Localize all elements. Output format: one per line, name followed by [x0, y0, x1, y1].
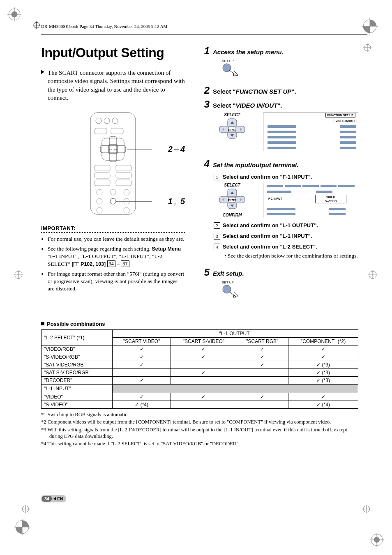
f1-graphic: SELECT ENTER CONFIRM F-1 INPUT: [214, 183, 358, 218]
page-lang: EN: [57, 497, 63, 501]
step-1: 1 Access the setup menu. SET UP: [201, 45, 358, 77]
table-row: "SAT S-VIDEO/RGB" ✓ ✓ (*3): [42, 369, 358, 377]
content: Input/Output Setting The SCART connector…: [41, 45, 358, 448]
col-header: "COMPONENT" (*2): [288, 338, 358, 345]
svg-text:ENTER: ENTER: [228, 129, 237, 131]
svg-text:ENTER: ENTER: [228, 199, 237, 201]
footnote: *4 This setting cannot be made if "L-2 S…: [41, 440, 358, 447]
step-title: Select "VIDEO IN/OUT".: [213, 102, 282, 109]
step-title: Select "FUNCTION SET UP".: [213, 88, 296, 95]
substep-description: • See the description below for the comb…: [224, 253, 358, 259]
header-text: DR-MH300SE.book Page 34 Thursday, Novemb…: [41, 24, 167, 29]
substep: 1Select and confirm on "F-1 INPUT".: [214, 174, 358, 180]
dpad-icon: ENTER: [214, 118, 251, 142]
row-group-header: "L-2 SELECT" (*1): [42, 330, 113, 345]
page-number: 34: [42, 496, 52, 502]
step-3: 3 Select "VIDEO IN/OUT". SELECT ENTER: [201, 99, 358, 151]
step-5: 5 Exit setup. SET UP: [201, 267, 358, 299]
page-footer: 34 EN: [41, 495, 66, 502]
step-title: Exit setup.: [213, 270, 244, 277]
step-number: 3: [201, 99, 210, 110]
col-header: "SCART RGB": [236, 338, 288, 345]
f1-options: VIDEO S-VIDEO: [315, 195, 346, 203]
column-left: Input/Output Setting The SCART connector…: [41, 45, 185, 306]
select-label: SELECT: [214, 183, 251, 187]
table-row: "DECODER" ✓ ✓ (*3): [42, 377, 358, 385]
col-group-header: "L-1 OUTPUT": [113, 330, 358, 338]
step-title: Access the setup menu.: [213, 48, 284, 55]
footnotes: *1 Switching to RGB signals is automatic…: [41, 411, 358, 447]
table-row: "VIDEO" ✓ ✓ ✓ ✓: [42, 393, 358, 401]
on-screen-menu: F-1 INPUT VIDEO S-VIDEO: [263, 183, 358, 218]
column-right: 1 Access the setup menu. SET UP 2 Select…: [201, 45, 358, 306]
select-label: SELECT: [214, 113, 251, 117]
register-mark-icon: [363, 44, 371, 52]
crop-mark-icon: [7, 7, 21, 21]
substep: 3Select and confirm on "L-1 INPUT".: [214, 233, 358, 240]
substep: 2Select and confirm on "L-1 OUTPUT".: [214, 222, 358, 229]
page-title: Input/Output Setting: [41, 45, 185, 60]
table-section-row: "L-1 INPUT": [42, 385, 358, 393]
menu-graphic: SELECT ENTER FUNCTION SET UP VIDEO IN/OU…: [214, 113, 358, 151]
footnote: *1 Switching to RGB signals is automatic…: [41, 411, 358, 418]
remote-callout-1: 2–4: [168, 145, 185, 154]
confirm-label: CONFIRM: [214, 213, 251, 217]
step-title: Set the input/output terminal.: [213, 161, 298, 168]
crop-mark-icon: [14, 519, 30, 537]
register-mark-icon: [362, 505, 371, 513]
on-screen-menu: FUNCTION SET UP VIDEO IN/OUT: [263, 113, 358, 151]
intro-paragraph: The SCART connector supports the connect…: [41, 69, 185, 102]
document-page: DR-MH300SE.book Page 34 Thursday, Novemb…: [0, 0, 392, 555]
footnote: *3 With this setting, signals from the […: [41, 426, 358, 440]
f1-input-label: F-1 INPUT: [268, 197, 282, 200]
document-header: DR-MH300SE.book Page 34 Thursday, Novemb…: [41, 24, 367, 35]
table-row: "VIDEO/RGB" ✓ ✓ ✓ ✓: [42, 345, 358, 353]
col-header: "SCART VIDEO": [113, 338, 171, 345]
register-mark-icon: [21, 505, 30, 513]
combinations-section: Possible combinations "L-2 SELECT" (*1) …: [41, 321, 358, 447]
important-heading: IMPORTANT:: [41, 225, 185, 231]
page-ref: 34: [107, 260, 115, 267]
crop-mark-icon: [370, 533, 384, 547]
svg-text:ENTER: ENTER: [109, 148, 117, 151]
remote-illustration: ENTER: [41, 110, 185, 217]
step-number: 4: [201, 158, 210, 170]
step-4: 4 Set the input/output terminal. 1Select…: [201, 158, 358, 259]
divider: [41, 232, 185, 233]
combinations-table: "L-2 SELECT" (*1) "L-1 OUTPUT" "SCART VI…: [41, 329, 358, 409]
menu-tab: VIDEO IN/OUT: [334, 119, 357, 123]
dpad-icon: ENTER: [214, 188, 251, 212]
setup-button-graphic: SET UP: [222, 59, 358, 77]
table-row: "S-VIDEO/RGB" ✓ ✓ ✓ ✓: [42, 353, 358, 361]
step-number: 2: [201, 85, 210, 96]
menu-tab: FUNCTION SET UP: [325, 113, 355, 117]
register-mark-icon: [368, 270, 377, 279]
note-item: See the following page regarding each se…: [48, 245, 185, 268]
col-header: "SCART S-VIDEO": [171, 338, 236, 345]
page-ref: 37: [121, 260, 129, 267]
svg-rect-33: [90, 113, 136, 214]
remote-callout-2: 1, 5: [168, 197, 185, 206]
step-2: 2 Select "FUNCTION SET UP".: [201, 85, 358, 96]
step-number: 5: [201, 267, 210, 278]
note-item: For image output format other than "576i…: [48, 270, 185, 293]
triangle-left-icon: [53, 497, 56, 500]
footnote: *2 Component videos will be output from …: [41, 419, 358, 425]
register-mark-icon: [33, 21, 40, 30]
setup-button-graphic: SET UP: [222, 281, 358, 299]
book-icon: [74, 262, 79, 266]
important-notes: For normal use, you can leave the defaul…: [41, 235, 185, 293]
note-item: For normal use, you can leave the defaul…: [48, 235, 185, 243]
table-row: "SAT VIDEO/RGB" ✓ ✓ ✓ (*3): [42, 361, 358, 369]
table-row: "S-VIDEO" ✓ (*4) ✓ (*4): [42, 401, 358, 409]
substep: 4Select and confirm on "L-2 SELECT".: [214, 244, 358, 250]
register-mark-icon: [14, 270, 23, 279]
step-number: 1: [201, 45, 210, 57]
combinations-heading: Possible combinations: [41, 321, 358, 327]
